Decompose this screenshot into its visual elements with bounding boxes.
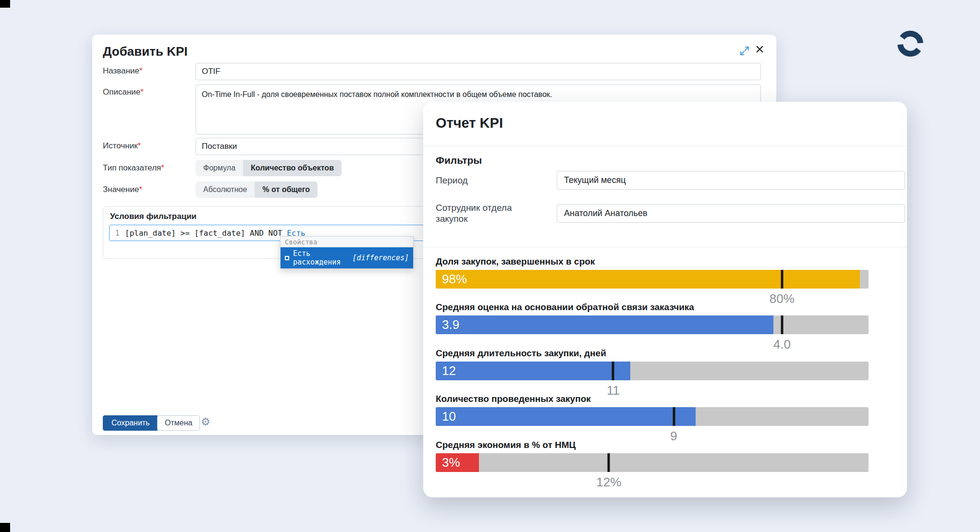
kpi-label: Средняя длительность закупки, дней	[436, 348, 869, 360]
kpi-label: Доля закупок, завершенных в срок	[436, 256, 869, 268]
kpi-value: 3.9	[436, 315, 459, 334]
autocomplete-item-text: Есть расхождения	[293, 249, 349, 266]
gear-icon[interactable]: ⚙	[201, 416, 210, 428]
screen-corner-marker-top-left	[0, 0, 10, 8]
kpi-target-marker	[673, 407, 675, 426]
kpi-bar-fill: 3.9	[436, 315, 773, 334]
line-number: 1	[110, 229, 125, 238]
value-mode-segmented-control: Абсолютное% от общего	[196, 181, 318, 198]
period-select[interactable]: Текущий месяц	[557, 171, 905, 190]
kpi-report-dialog: Отчет KPI Фильтры Период Текущий месяц С…	[423, 102, 907, 497]
indicator-type-label: Тип показателя*	[103, 163, 164, 173]
kpi-row: Количество проведенных закупок109	[436, 394, 869, 443]
kpi-bar-fill: 3%	[436, 453, 479, 472]
screen-corner-marker-bottom-left	[0, 523, 10, 532]
page-background: Добавить KPI × Название* Описание* On-Ti…	[0, 0, 980, 532]
report-title: Отчет KPI	[436, 115, 503, 131]
kpi-bar-fill: 12	[436, 362, 630, 380]
employee-filter-label: Сотрудник отдела закупок	[436, 202, 537, 224]
filter-conditions-title: Условия фильтрации	[110, 212, 196, 221]
required-marker: *	[161, 163, 164, 172]
expand-icon[interactable]	[739, 45, 750, 57]
divider	[423, 145, 907, 146]
description-field-label: Описание*	[103, 87, 144, 97]
name-input[interactable]	[196, 63, 761, 80]
brand-logo	[890, 29, 931, 60]
cancel-button[interactable]: Отмена	[157, 415, 200, 431]
kpi-bar-track: 3.9	[436, 315, 869, 334]
source-field-label: Источник*	[103, 141, 141, 151]
kpi-row: Средняя оценка на основании обратной свя…	[436, 302, 869, 351]
employee-select[interactable]: Анатолий Анатольев	[557, 204, 905, 223]
save-button[interactable]: Сохранить	[103, 415, 159, 431]
kpi-value: 98%	[436, 270, 467, 289]
autocomplete-group-header: Свойства	[281, 237, 413, 247]
kpi-label: Средняя оценка на основании обратной свя…	[436, 302, 869, 314]
kpi-value: 12	[436, 362, 456, 380]
value-mode-label: Значение*	[103, 185, 142, 194]
segmented-option[interactable]: Количество объектов	[243, 160, 342, 176]
period-filter-label: Период	[436, 175, 537, 186]
required-marker: *	[139, 66, 143, 75]
kpi-row: Доля закупок, завершенных в срок98%80%	[436, 256, 869, 305]
label-text: Название	[103, 66, 139, 75]
kpi-bar-fill: 98%	[436, 270, 860, 289]
name-field-label: Название*	[103, 66, 143, 76]
divider	[423, 247, 907, 247]
kpi-bar-track: 12	[436, 362, 869, 380]
kpi-bar-track: 98%	[436, 270, 869, 289]
kpi-row: Средняя экономия в % от НМЦ3%12%	[436, 440, 869, 489]
kpi-target-marker	[781, 270, 783, 289]
label-text: Источник	[103, 141, 138, 150]
autocomplete-popup: Свойства Есть расхождения [differences]	[280, 236, 414, 269]
indicator-type-segmented-control: ФормулаКоличество объектов	[196, 160, 342, 176]
kpi-label: Средняя экономия в % от НМЦ	[436, 440, 869, 451]
kpi-label: Количество проведенных закупок	[436, 394, 869, 405]
label-text: Описание	[103, 87, 140, 97]
label-text: Значение	[103, 185, 139, 194]
segmented-option[interactable]: % от общего	[255, 181, 318, 198]
kpi-target-marker	[608, 453, 610, 472]
close-icon[interactable]: ×	[755, 39, 764, 59]
kpi-target-label: 12%	[596, 475, 621, 490]
code-text: [plan_date] >= [fact_date] AND NOT	[125, 229, 287, 238]
kpi-row: Средняя длительность закупки, дней1211	[436, 348, 869, 397]
dialog-title: Добавить KPI	[103, 44, 188, 59]
segmented-option[interactable]: Формула	[196, 160, 243, 176]
kpi-target-marker	[781, 315, 783, 334]
label-text: Тип показателя	[103, 163, 161, 172]
autocomplete-item-selected[interactable]: Есть расхождения [differences]	[281, 247, 413, 268]
kpi-target-marker	[612, 362, 614, 380]
required-marker: *	[139, 185, 142, 194]
kpi-value: 10	[436, 407, 456, 426]
property-icon	[285, 256, 289, 260]
filters-section-title: Фильтры	[436, 155, 482, 166]
required-marker: *	[140, 87, 144, 97]
kpi-bar-track: 3%	[436, 453, 869, 472]
required-marker: *	[138, 141, 141, 150]
kpi-value: 3%	[436, 453, 460, 472]
autocomplete-item-hint: [differences]	[353, 254, 409, 262]
kpi-bar-fill: 10	[436, 407, 696, 426]
kpi-bar-track: 10	[436, 407, 869, 426]
segmented-option[interactable]: Абсолютное	[196, 181, 255, 198]
